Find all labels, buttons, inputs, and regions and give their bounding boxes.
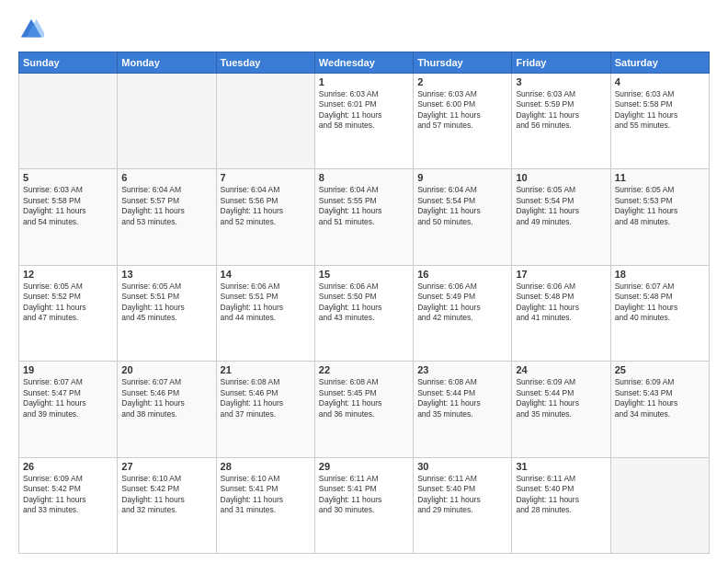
- day-info: Sunrise: 6:07 AM Sunset: 5:48 PM Dayligh…: [615, 282, 705, 324]
- calendar-cell: 28Sunrise: 6:10 AM Sunset: 5:41 PM Dayli…: [216, 457, 314, 553]
- calendar-week-row: 5Sunrise: 6:03 AM Sunset: 5:58 PM Daylig…: [19, 169, 710, 265]
- day-info: Sunrise: 6:07 AM Sunset: 5:46 PM Dayligh…: [121, 377, 211, 419]
- day-number: 18: [615, 269, 705, 280]
- calendar-table: SundayMondayTuesdayWednesdayThursdayFrid…: [18, 52, 710, 554]
- day-number: 7: [221, 172, 311, 183]
- calendar-cell: 1Sunrise: 6:03 AM Sunset: 6:01 PM Daylig…: [314, 74, 413, 169]
- calendar-cell: 13Sunrise: 6:05 AM Sunset: 5:51 PM Dayli…: [118, 265, 216, 361]
- day-number: 17: [516, 269, 606, 280]
- header: [18, 17, 710, 42]
- calendar-cell: 20Sunrise: 6:07 AM Sunset: 5:46 PM Dayli…: [118, 362, 216, 457]
- calendar-cell: 10Sunrise: 6:05 AM Sunset: 5:54 PM Dayli…: [512, 169, 610, 265]
- page: SundayMondayTuesdayWednesdayThursdayFrid…: [0, 0, 728, 563]
- calendar-col-tuesday: Tuesday: [216, 52, 314, 74]
- day-number: 21: [221, 364, 311, 375]
- day-info: Sunrise: 6:08 AM Sunset: 5:46 PM Dayligh…: [221, 377, 311, 419]
- day-number: 14: [221, 269, 311, 280]
- calendar-col-monday: Monday: [118, 52, 216, 74]
- logo: [18, 17, 48, 42]
- calendar-week-row: 1Sunrise: 6:03 AM Sunset: 6:01 PM Daylig…: [19, 74, 710, 169]
- calendar-cell: [216, 74, 314, 169]
- day-info: Sunrise: 6:09 AM Sunset: 5:43 PM Dayligh…: [615, 377, 705, 419]
- calendar-cell: 6Sunrise: 6:04 AM Sunset: 5:57 PM Daylig…: [118, 169, 216, 265]
- day-info: Sunrise: 6:08 AM Sunset: 5:44 PM Dayligh…: [417, 377, 507, 419]
- day-number: 20: [121, 364, 211, 375]
- day-number: 22: [319, 364, 409, 375]
- day-number: 30: [417, 461, 507, 472]
- calendar-cell: 15Sunrise: 6:06 AM Sunset: 5:50 PM Dayli…: [314, 265, 413, 361]
- day-info: Sunrise: 6:08 AM Sunset: 5:45 PM Dayligh…: [319, 377, 409, 419]
- day-info: Sunrise: 6:10 AM Sunset: 5:42 PM Dayligh…: [121, 474, 211, 516]
- day-number: 3: [516, 76, 606, 87]
- day-info: Sunrise: 6:09 AM Sunset: 5:44 PM Dayligh…: [516, 377, 606, 419]
- calendar-cell: 8Sunrise: 6:04 AM Sunset: 5:55 PM Daylig…: [314, 169, 413, 265]
- day-number: 4: [615, 76, 705, 87]
- day-number: 6: [121, 172, 211, 183]
- day-info: Sunrise: 6:03 AM Sunset: 6:00 PM Dayligh…: [417, 89, 507, 132]
- calendar-cell: 11Sunrise: 6:05 AM Sunset: 5:53 PM Dayli…: [610, 169, 709, 265]
- day-info: Sunrise: 6:05 AM Sunset: 5:52 PM Dayligh…: [23, 282, 113, 324]
- day-info: Sunrise: 6:04 AM Sunset: 5:57 PM Dayligh…: [121, 185, 211, 227]
- calendar-col-thursday: Thursday: [414, 52, 512, 74]
- calendar-cell: 21Sunrise: 6:08 AM Sunset: 5:46 PM Dayli…: [216, 362, 314, 457]
- day-number: 23: [417, 364, 507, 375]
- day-number: 28: [221, 461, 311, 472]
- calendar-cell: 5Sunrise: 6:03 AM Sunset: 5:58 PM Daylig…: [19, 169, 118, 265]
- day-number: 11: [615, 172, 705, 183]
- calendar-cell: 30Sunrise: 6:11 AM Sunset: 5:40 PM Dayli…: [414, 457, 512, 553]
- day-info: Sunrise: 6:05 AM Sunset: 5:51 PM Dayligh…: [121, 282, 211, 324]
- day-number: 5: [23, 172, 113, 183]
- calendar-cell: 16Sunrise: 6:06 AM Sunset: 5:49 PM Dayli…: [414, 265, 512, 361]
- calendar-week-row: 26Sunrise: 6:09 AM Sunset: 5:42 PM Dayli…: [19, 457, 710, 553]
- day-number: 31: [516, 461, 606, 472]
- day-number: 19: [23, 364, 113, 375]
- day-info: Sunrise: 6:06 AM Sunset: 5:49 PM Dayligh…: [417, 282, 507, 324]
- calendar-cell: 26Sunrise: 6:09 AM Sunset: 5:42 PM Dayli…: [19, 457, 118, 553]
- calendar-cell: 25Sunrise: 6:09 AM Sunset: 5:43 PM Dayli…: [610, 362, 709, 457]
- calendar-cell: 23Sunrise: 6:08 AM Sunset: 5:44 PM Dayli…: [414, 362, 512, 457]
- calendar-week-row: 19Sunrise: 6:07 AM Sunset: 5:47 PM Dayli…: [19, 362, 710, 457]
- day-number: 10: [516, 172, 606, 183]
- day-info: Sunrise: 6:03 AM Sunset: 5:58 PM Dayligh…: [615, 89, 705, 132]
- day-info: Sunrise: 6:03 AM Sunset: 5:59 PM Dayligh…: [516, 89, 606, 132]
- calendar-col-wednesday: Wednesday: [314, 52, 413, 74]
- calendar-cell: [610, 457, 709, 553]
- calendar-cell: 27Sunrise: 6:10 AM Sunset: 5:42 PM Dayli…: [118, 457, 216, 553]
- day-info: Sunrise: 6:06 AM Sunset: 5:50 PM Dayligh…: [319, 282, 409, 324]
- day-info: Sunrise: 6:04 AM Sunset: 5:55 PM Dayligh…: [319, 185, 409, 227]
- day-info: Sunrise: 6:11 AM Sunset: 5:40 PM Dayligh…: [417, 474, 507, 516]
- calendar-cell: 22Sunrise: 6:08 AM Sunset: 5:45 PM Dayli…: [314, 362, 413, 457]
- day-info: Sunrise: 6:11 AM Sunset: 5:41 PM Dayligh…: [319, 474, 409, 516]
- day-info: Sunrise: 6:03 AM Sunset: 5:58 PM Dayligh…: [23, 185, 113, 227]
- day-number: 9: [417, 172, 507, 183]
- day-number: 25: [615, 364, 705, 375]
- calendar-cell: 4Sunrise: 6:03 AM Sunset: 5:58 PM Daylig…: [610, 74, 709, 169]
- day-info: Sunrise: 6:09 AM Sunset: 5:42 PM Dayligh…: [23, 474, 113, 516]
- calendar-cell: 7Sunrise: 6:04 AM Sunset: 5:56 PM Daylig…: [216, 169, 314, 265]
- calendar-cell: 14Sunrise: 6:06 AM Sunset: 5:51 PM Dayli…: [216, 265, 314, 361]
- day-info: Sunrise: 6:03 AM Sunset: 6:01 PM Dayligh…: [319, 89, 409, 132]
- calendar-cell: 31Sunrise: 6:11 AM Sunset: 5:40 PM Dayli…: [512, 457, 610, 553]
- calendar-col-sunday: Sunday: [19, 52, 118, 74]
- day-number: 8: [319, 172, 409, 183]
- calendar-cell: [118, 74, 216, 169]
- calendar-cell: 2Sunrise: 6:03 AM Sunset: 6:00 PM Daylig…: [414, 74, 512, 169]
- day-info: Sunrise: 6:04 AM Sunset: 5:54 PM Dayligh…: [417, 185, 507, 227]
- calendar-col-friday: Friday: [512, 52, 610, 74]
- calendar-cell: 17Sunrise: 6:06 AM Sunset: 5:48 PM Dayli…: [512, 265, 610, 361]
- day-number: 13: [121, 269, 211, 280]
- day-number: 16: [417, 269, 507, 280]
- calendar-cell: 29Sunrise: 6:11 AM Sunset: 5:41 PM Dayli…: [314, 457, 413, 553]
- day-number: 29: [319, 461, 409, 472]
- day-info: Sunrise: 6:06 AM Sunset: 5:51 PM Dayligh…: [221, 282, 311, 324]
- day-number: 1: [319, 76, 409, 87]
- day-info: Sunrise: 6:07 AM Sunset: 5:47 PM Dayligh…: [23, 377, 113, 419]
- calendar-cell: 18Sunrise: 6:07 AM Sunset: 5:48 PM Dayli…: [610, 265, 709, 361]
- calendar-cell: 9Sunrise: 6:04 AM Sunset: 5:54 PM Daylig…: [414, 169, 512, 265]
- day-info: Sunrise: 6:06 AM Sunset: 5:48 PM Dayligh…: [516, 282, 606, 324]
- day-info: Sunrise: 6:11 AM Sunset: 5:40 PM Dayligh…: [516, 474, 606, 516]
- day-info: Sunrise: 6:10 AM Sunset: 5:41 PM Dayligh…: [221, 474, 311, 516]
- calendar-cell: 24Sunrise: 6:09 AM Sunset: 5:44 PM Dayli…: [512, 362, 610, 457]
- calendar-week-row: 12Sunrise: 6:05 AM Sunset: 5:52 PM Dayli…: [19, 265, 710, 361]
- calendar-col-saturday: Saturday: [610, 52, 709, 74]
